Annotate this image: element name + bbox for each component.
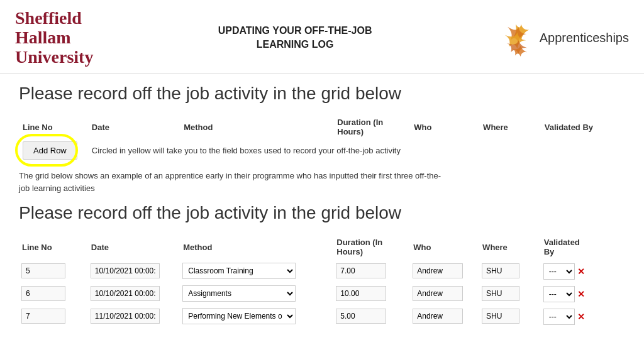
col-header-where: Where	[479, 115, 541, 139]
cell-duration-0	[333, 260, 410, 282]
cell-who-1	[410, 282, 479, 305]
data-col-who: Who	[410, 234, 479, 260]
cell-lineno-0	[19, 260, 88, 282]
cell-date-0	[88, 260, 180, 282]
col-header-date: Date	[88, 115, 180, 139]
col-header-validated: Validated By	[541, 115, 625, 139]
cell-who-0	[410, 260, 479, 282]
validated-select-2[interactable]: --- Yes No	[543, 309, 575, 325]
apprenticeships-label: Apprenticeships	[540, 31, 629, 45]
add-row-cell: Add Row	[19, 139, 88, 162]
cell-where-2	[479, 305, 541, 327]
main-content: Please record off the job activity in th…	[0, 74, 644, 337]
cell-validated-2: --- Yes No ✕	[541, 305, 625, 327]
cell-validated-1: --- Yes No ✕	[541, 282, 625, 305]
duration-input-1[interactable]	[336, 286, 386, 301]
page-header: Sheffield Hallam University UPDATING YOU…	[0, 0, 644, 74]
section1-title: Please record off the job activity in th…	[19, 84, 625, 104]
lineno-input-1[interactable]	[21, 286, 65, 301]
cell-validated-0: --- Yes No ✕	[541, 260, 625, 282]
col-header-who: Who	[410, 115, 479, 139]
cell-where-0	[479, 260, 541, 282]
cell-date-2	[88, 305, 180, 327]
method-select-1[interactable]: Assignments Classroom Training Assignmen…	[182, 285, 296, 302]
cell-where-1	[479, 282, 541, 305]
data-col-date: Date	[88, 234, 180, 260]
col-header-duration: Duration (In Hours)	[333, 115, 410, 139]
table-row: Performing New Elements of The Job Class…	[19, 305, 625, 327]
cell-method-0: Classroom Training Classroom Training As…	[180, 260, 333, 282]
cell-lineno-2	[19, 305, 88, 327]
col-header-lineno: Line No	[19, 115, 88, 139]
date-input-1[interactable]	[91, 286, 160, 301]
instruction-text-cell: Circled in yellow will take you to the f…	[88, 139, 625, 162]
data-col-where: Where	[479, 234, 541, 260]
where-input-0[interactable]	[482, 263, 519, 278]
table-row: Classroom Training Classroom Training As…	[19, 260, 625, 282]
data-col-duration: Duration (In Hours)	[333, 234, 410, 260]
cell-duration-2	[333, 305, 410, 327]
who-input-0[interactable]	[413, 263, 463, 278]
data-col-validated: ValidatedBy	[541, 234, 625, 260]
duration-input-2[interactable]	[336, 309, 386, 324]
page-title: UPDATING YOUR OFF-THE-JOB LEARNING LOG	[218, 24, 372, 52]
who-input-1[interactable]	[413, 286, 463, 301]
where-input-1[interactable]	[482, 286, 519, 301]
method-select-0[interactable]: Classroom Training Classroom Training As…	[182, 263, 296, 279]
delete-row-button-2[interactable]: ✕	[577, 312, 585, 322]
shu-logo: Sheffield Hallam University	[15, 9, 93, 67]
cell-method-2: Performing New Elements of The Job Class…	[180, 305, 333, 327]
method-select-2[interactable]: Performing New Elements of The Job Class…	[182, 308, 296, 324]
cell-duration-1	[333, 282, 410, 305]
duration-input-0[interactable]	[336, 263, 386, 278]
date-input-0[interactable]	[91, 263, 160, 278]
col-header-method: Method	[180, 115, 333, 139]
data-col-method: Method	[180, 234, 333, 260]
lineno-input-0[interactable]	[21, 263, 65, 278]
validated-select-1[interactable]: --- Yes No	[543, 286, 575, 302]
who-input-2[interactable]	[413, 309, 463, 324]
table-row: Assignments Classroom Training Assignmen…	[19, 282, 625, 305]
cell-date-1	[88, 282, 180, 305]
grid-description: The grid below shows an example of an ap…	[19, 170, 447, 194]
where-input-2[interactable]	[482, 309, 519, 324]
flame-icon	[497, 19, 535, 57]
instruction-grid: Line No Date Method Duration (In Hours) …	[19, 115, 625, 162]
apprenticeships-logo: Apprenticeships	[497, 19, 629, 57]
cell-lineno-1	[19, 282, 88, 305]
data-col-lineno: Line No	[19, 234, 88, 260]
delete-row-button-0[interactable]: ✕	[577, 266, 585, 277]
add-row-button[interactable]: Add Row	[23, 141, 77, 160]
section2-title: Please record off the job activity in th…	[19, 203, 625, 223]
date-input-2[interactable]	[91, 309, 160, 324]
validated-select-0[interactable]: --- Yes No	[543, 263, 575, 280]
instruction-text: Circled in yellow will take you to the f…	[92, 146, 401, 155]
delete-row-button-1[interactable]: ✕	[577, 289, 585, 299]
data-grid: Line No Date Method Duration (In Hours) …	[19, 234, 625, 327]
cell-who-2	[410, 305, 479, 327]
lineno-input-2[interactable]	[21, 309, 65, 324]
cell-method-1: Assignments Classroom Training Assignmen…	[180, 282, 333, 305]
